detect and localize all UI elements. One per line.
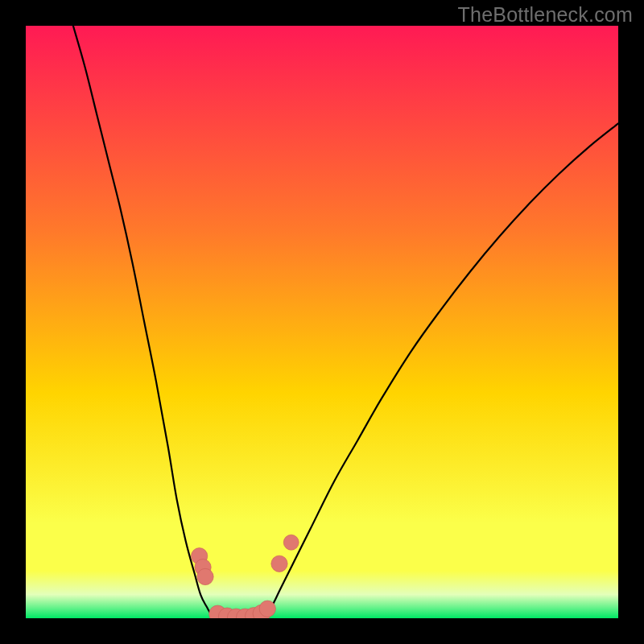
plot-area	[26, 26, 618, 618]
data-marker	[283, 535, 299, 550]
heat-gradient-background	[26, 26, 618, 618]
data-marker	[259, 601, 275, 617]
chart-frame: TheBottleneck.com	[0, 0, 644, 644]
data-marker	[197, 568, 213, 584]
watermark-text: TheBottleneck.com	[458, 3, 633, 27]
data-marker	[271, 555, 287, 572]
bottleneck-curve-chart	[26, 26, 618, 618]
